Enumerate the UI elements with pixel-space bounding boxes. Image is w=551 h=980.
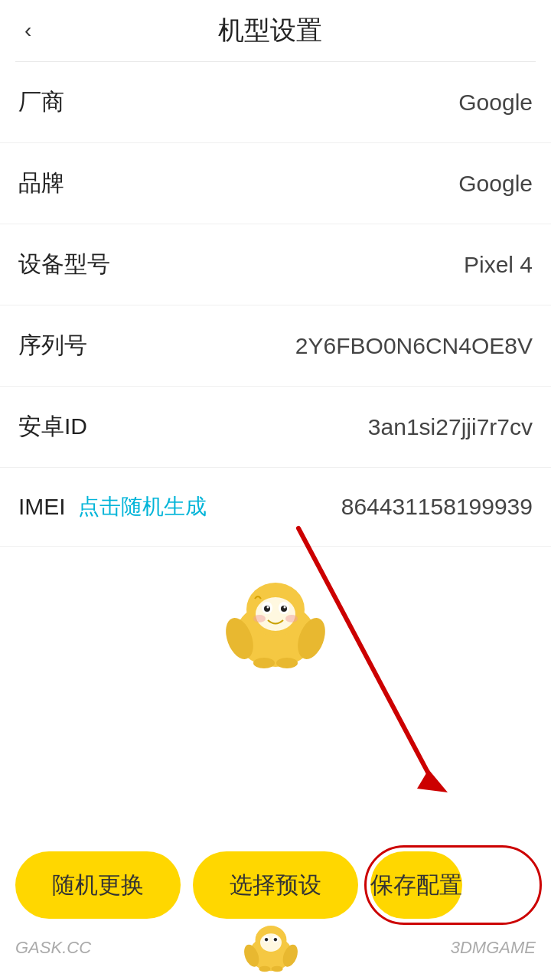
imei-value: 864431158199939: [341, 494, 533, 520]
svg-point-14: [285, 615, 298, 622]
serial-value: 2Y6FBO0N6CN4OE8V: [295, 333, 533, 359]
svg-marker-16: [417, 769, 448, 792]
mascot-area: [0, 547, 551, 700]
back-button[interactable]: ‹: [18, 14, 37, 47]
android-id-value: 3an1si27jji7r7cv: [368, 414, 533, 440]
save-button-wrapper: 保存配置: [370, 851, 536, 919]
random-change-button[interactable]: 随机更换: [15, 851, 181, 919]
page-title: 机型设置: [37, 13, 502, 48]
imei-label: IMEI: [18, 494, 66, 520]
imei-row: IMEI 点击随机生成 864431158199939: [0, 468, 551, 547]
bottom-buttons: 随机更换 选择预设 保存配置: [0, 851, 551, 919]
svg-point-19: [260, 933, 282, 952]
mascot-icon: [226, 577, 325, 669]
header: ‹ 机型设置: [0, 0, 551, 61]
svg-point-7: [267, 606, 269, 609]
manufacturer-row: 厂商 Google: [0, 62, 551, 143]
imei-random-button[interactable]: 点击随机生成: [78, 492, 207, 521]
brand-value: Google: [458, 171, 533, 197]
svg-point-23: [274, 938, 277, 941]
manufacturer-label: 厂商: [18, 87, 64, 118]
brand-label: 品牌: [18, 168, 64, 199]
svg-point-11: [253, 658, 275, 668]
serial-label: 序列号: [18, 330, 87, 361]
svg-point-8: [284, 606, 286, 609]
mascot-small-icon: [244, 923, 298, 972]
settings-list: 厂商 Google 品牌 Google 设备型号 Pixel 4 序列号 2Y6…: [0, 62, 551, 547]
android-id-row: 安卓ID 3an1si27jji7r7cv: [0, 387, 551, 468]
serial-row: 序列号 2Y6FBO0N6CN4OE8V: [0, 305, 551, 387]
device-model-row: 设备型号 Pixel 4: [0, 224, 551, 305]
preset-select-button[interactable]: 选择预设: [193, 851, 358, 919]
watermark-area: GASK.CC 3DMGAME: [0, 923, 551, 972]
device-model-value: Pixel 4: [464, 252, 533, 278]
svg-point-12: [276, 658, 298, 668]
save-config-button[interactable]: 保存配置: [370, 851, 462, 919]
svg-point-13: [253, 615, 266, 622]
device-model-label: 设备型号: [18, 249, 110, 280]
brand-row: 品牌 Google: [0, 143, 551, 224]
svg-point-2: [256, 597, 295, 631]
svg-point-26: [259, 966, 270, 972]
android-id-label: 安卓ID: [18, 411, 87, 443]
watermark-left: GASK.CC: [15, 938, 91, 958]
svg-point-27: [271, 966, 282, 972]
imei-left: IMEI 点击随机生成: [18, 492, 207, 521]
manufacturer-value: Google: [458, 90, 533, 116]
svg-point-22: [265, 938, 268, 941]
watermark-right: 3DMGAME: [451, 938, 536, 958]
